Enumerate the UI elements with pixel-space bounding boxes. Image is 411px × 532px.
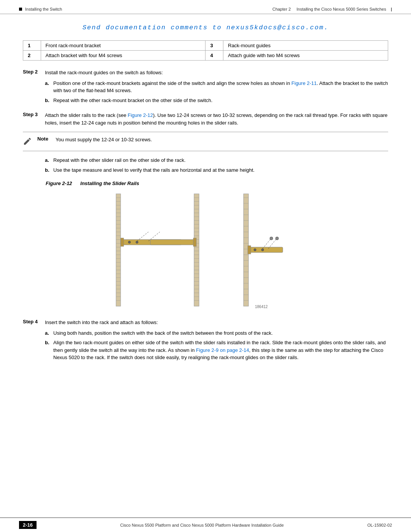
svg-point-92 <box>270 237 273 240</box>
step-2b-label: b. <box>45 97 50 104</box>
step-4a: a. Using both hands, position the switch… <box>45 329 388 337</box>
step-2-label: Step 2 <box>23 69 40 106</box>
part-num-1: 1 <box>23 41 41 51</box>
svg-text:186412: 186412 <box>255 305 268 309</box>
step-3b-label: b. <box>45 166 50 174</box>
figure-title: Installing the Slider Rails <box>80 181 139 186</box>
step-2a: a. Position one of the rack-mount bracke… <box>45 80 388 94</box>
note-block: Note You must supply the 12-24 or 10-32 … <box>23 132 388 151</box>
step-2b-content: Repeat with the other rack-mount bracket… <box>53 97 388 104</box>
step-4b-link[interactable]: Figure 2-9 on page 2-14 <box>196 347 249 353</box>
step-4b-content: Align the two rack-mount guides on eithe… <box>53 339 388 361</box>
footer-center-text: Cisco Nexus 5500 Platform and Cisco Nexu… <box>120 523 284 527</box>
page-number: 2-16 <box>19 521 37 529</box>
table-row: 2 Attach bracket with four M4 screws 4 A… <box>23 51 388 61</box>
note-text: You must supply the 12-24 or 10-32 screw… <box>56 136 152 144</box>
figure-image-area: 186412 <box>95 190 316 312</box>
figure-label: Figure 2-12 <box>46 181 72 186</box>
step-2-content: Install the rack-mount guides on the swi… <box>45 69 388 106</box>
part-desc-3: Rack-mount guides <box>223 41 388 51</box>
step-3-block: Step 3 Attach the slider rails to the ra… <box>23 112 388 126</box>
svg-rect-0 <box>116 194 121 306</box>
step-4a-label: a. <box>45 329 50 337</box>
part-num-2: 2 <box>23 51 41 61</box>
step-4b: b. Align the two rack-mount guides on ei… <box>45 339 388 361</box>
step-2-text: Install the rack-mount guides on the swi… <box>45 69 388 77</box>
step-2a-label: a. <box>45 80 50 94</box>
step-3a-label: a. <box>45 157 50 164</box>
step-2a-content: Position one of the rack-mount brackets … <box>53 80 388 94</box>
step-3-text: Attach the slider rails to the rack (see <box>45 112 127 118</box>
main-content: Send documentation comments to nexus5kdo… <box>0 14 411 518</box>
step-4-text: Insert the switch into the rack and atta… <box>45 319 388 326</box>
footer-doc-number: OL-15902-02 <box>367 523 392 527</box>
header-square-icon <box>19 8 22 11</box>
step-3a: a. Repeat with the other slider rail on … <box>45 157 388 164</box>
page: Installing the Switch Chapter 2 Installi… <box>0 0 411 532</box>
table-row: 1 Front rack-mount bracket 3 Rack-mount … <box>23 41 388 51</box>
page-header: Installing the Switch Chapter 2 Installi… <box>0 0 411 14</box>
note-label: Note <box>37 136 52 142</box>
step-4-block: Step 4 Insert the switch into the rack a… <box>23 319 388 364</box>
step-3-link[interactable]: Figure 2-12 <box>127 112 153 118</box>
svg-point-93 <box>276 237 279 240</box>
step-2b: b. Repeat with the other rack-mount brac… <box>45 97 388 104</box>
step-4b-label: b. <box>45 339 50 361</box>
part-num-4: 4 <box>206 51 223 61</box>
part-desc-1: Front rack-mount bracket <box>41 41 206 51</box>
step-3-label: Step 3 <box>23 112 40 126</box>
page-footer: 2-16 Cisco Nexus 5500 Platform and Cisco… <box>0 518 411 532</box>
svg-rect-30 <box>121 238 124 246</box>
doc-comments-heading: Send documentation comments to nexus5kdo… <box>23 24 388 31</box>
part-desc-2: Attach bracket with four M4 screws <box>41 51 206 61</box>
header-left: Installing the Switch <box>19 7 62 11</box>
svg-rect-61 <box>193 238 196 246</box>
step-2-block: Step 2 Install the rack-mount guides on … <box>23 69 388 106</box>
step-3b-content: Use the tape measure and level to verify… <box>53 166 388 174</box>
svg-point-62 <box>128 241 131 243</box>
header-section: Installing the Switch <box>25 7 62 11</box>
header-title: Installing the Cisco Nexus 5000 Series S… <box>296 7 386 11</box>
header-bar-icon: | <box>391 7 392 11</box>
step-4a-content: Using both hands, position the switch wi… <box>53 329 388 337</box>
part-num-3: 3 <box>206 41 223 51</box>
svg-rect-60 <box>150 240 195 245</box>
note-pencil-icon <box>23 137 32 147</box>
step-3a-content: Repeat with the other slider rail on the… <box>53 157 388 164</box>
figure-caption: Figure 2-12 Installing the Slider Rails <box>46 181 388 186</box>
header-chapter: Chapter 2 <box>272 7 291 11</box>
step3-subitems: a. Repeat with the other slider rail on … <box>45 157 388 174</box>
parts-table: 1 Front rack-mount bracket 3 Rack-mount … <box>23 40 388 61</box>
figure-svg: 186412 <box>95 190 316 312</box>
svg-rect-31 <box>194 194 199 306</box>
step-2a-text: Position one of the rack-mount brackets … <box>53 80 292 86</box>
svg-point-88 <box>254 249 256 251</box>
step-2a-link[interactable]: Figure 2-11 <box>292 80 317 86</box>
step-4-label: Step 4 <box>23 319 40 364</box>
part-desc-4: Attach guide with two M4 screws <box>223 51 388 61</box>
header-right: Chapter 2 Installing the Cisco Nexus 500… <box>272 7 392 11</box>
step-3b: b. Use the tape measure and level to ver… <box>45 166 388 174</box>
step-4-content: Insert the switch into the rack and atta… <box>45 319 388 364</box>
svg-point-89 <box>261 249 264 251</box>
svg-point-63 <box>136 241 138 243</box>
step-3-content: Attach the slider rails to the rack (see… <box>45 112 388 126</box>
svg-rect-87 <box>248 246 251 254</box>
figure-2-12: Figure 2-12 Installing the Slider Rails <box>23 181 388 312</box>
